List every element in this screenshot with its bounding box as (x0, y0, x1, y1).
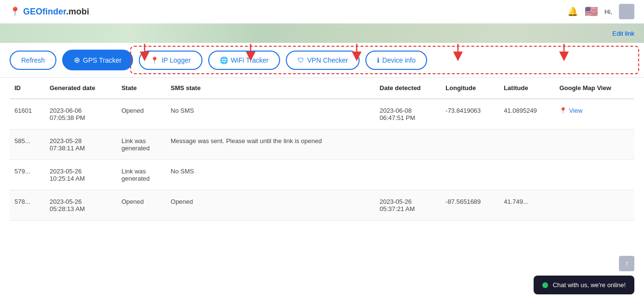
col-generated-date: Generated date (45, 78, 117, 99)
wifi-tracker-button[interactable]: 🌐 WiFi Tracker (208, 51, 281, 70)
row-sms-state: No SMS (166, 160, 375, 190)
row-map-view (554, 190, 634, 221)
ip-logger-button[interactable]: 📍 IP Logger (139, 51, 202, 70)
view-text[interactable]: View (569, 107, 582, 114)
refresh-button[interactable]: Refresh (10, 51, 56, 70)
row-date-detected (375, 130, 441, 160)
table-body: 61601 2023-06-0607:05:38 PM Opened No SM… (10, 99, 634, 221)
view-pin-icon: 📍 (559, 107, 567, 114)
edit-link[interactable]: Edit link (612, 30, 634, 37)
col-date-detected: Date detected (375, 78, 441, 99)
header-right: 🔔 🇺🇸 Hi, (567, 4, 634, 19)
row-sms-state: Opened (166, 190, 375, 221)
row-latitude (499, 130, 554, 160)
row-date-detected: 2023-06-0806:47:51 PM (375, 99, 441, 130)
wifi-tracker-label: WiFi Tracker (231, 56, 269, 64)
row-map-view (554, 130, 634, 160)
table-header-row: ID Generated date State SMS state Date d… (10, 78, 634, 99)
row-latitude (499, 160, 554, 190)
view-link[interactable]: 📍 View (559, 107, 630, 114)
table-row: 585... 2023-05-2807:38:11 AM Link wasgen… (10, 130, 634, 160)
logo: 📍 GEOfinder.mobi (10, 6, 89, 17)
row-generated-date: 2023-06-0607:05:38 PM (45, 99, 117, 130)
flag-icon[interactable]: 🇺🇸 (585, 5, 598, 18)
row-state: Opened (117, 99, 166, 130)
globe-icon: 🌐 (220, 56, 228, 64)
shield-icon: 🛡 (297, 56, 304, 64)
row-longitude (441, 160, 499, 190)
row-id: 579... (10, 160, 45, 190)
toolbar: Refresh ⊕ GPS Tracker 📍 IP Logger 🌐 WiFi… (0, 43, 644, 78)
device-info-button[interactable]: ℹ Device info (365, 51, 427, 70)
table-row: 578... 2023-05-2605:28:13 AM Opened Open… (10, 190, 634, 221)
table-container: ID Generated date State SMS state Date d… (0, 78, 644, 221)
col-sms-state: SMS state (166, 78, 375, 99)
table-row: 579... 2023-05-2610:25:14 AM Link wasgen… (10, 160, 634, 190)
logo-geo: GEOfinder (23, 7, 66, 16)
vpn-checker-button[interactable]: 🛡 VPN Checker (286, 51, 360, 70)
vpn-checker-label: VPN Checker (307, 56, 348, 64)
ip-logger-label: IP Logger (161, 56, 190, 64)
row-map-view: 📍 View (554, 99, 634, 130)
row-latitude: 41.0895249 (499, 99, 554, 130)
row-state: Link wasgenerated (117, 160, 166, 190)
gps-tracker-button[interactable]: ⊕ GPS Tracker (62, 50, 133, 70)
refresh-label: Refresh (21, 56, 45, 64)
table-header: ID Generated date State SMS state Date d… (10, 78, 634, 99)
row-id: 585... (10, 130, 45, 160)
gps-tracker-label: GPS Tracker (83, 56, 121, 64)
row-longitude (441, 130, 499, 160)
logo-pin-icon: 📍 (10, 6, 20, 17)
col-latitude: Latitude (499, 78, 554, 99)
avatar[interactable] (619, 4, 634, 19)
gps-icon: ⊕ (74, 55, 80, 65)
row-generated-date: 2023-05-2605:28:13 AM (45, 190, 117, 221)
logo-mobi: mobi (68, 7, 89, 16)
bell-icon[interactable]: 🔔 (567, 6, 578, 17)
col-longitude: Longitude (441, 78, 499, 99)
table-row: 61601 2023-06-0607:05:38 PM Opened No SM… (10, 99, 634, 130)
device-info-label: Device info (382, 56, 416, 64)
col-id: ID (10, 78, 45, 99)
data-table: ID Generated date State SMS state Date d… (10, 78, 634, 221)
map-bar: Edit link (0, 24, 644, 43)
row-sms-state: No SMS (166, 99, 375, 130)
row-date-detected: 2023-05-2605:37:21 AM (375, 190, 441, 221)
row-latitude: 41.749... (499, 190, 554, 221)
row-longitude: -73.8419063 (441, 99, 499, 130)
location-icon: 📍 (150, 56, 159, 64)
row-id: 61601 (10, 99, 45, 130)
toolbar-wrapper: Refresh ⊕ GPS Tracker 📍 IP Logger 🌐 WiFi… (0, 43, 644, 78)
col-state: State (117, 78, 166, 99)
row-generated-date: 2023-05-2610:25:14 AM (45, 160, 117, 190)
row-generated-date: 2023-05-2807:38:11 AM (45, 130, 117, 160)
col-map-view: Google Map View (554, 78, 634, 99)
row-state: Opened (117, 190, 166, 221)
hi-text: Hi, (604, 8, 612, 15)
info-icon: ℹ (377, 56, 379, 64)
logo-text: GEOfinder.mobi (23, 7, 89, 17)
row-longitude: -87.5651689 (441, 190, 499, 221)
row-sms-state: Message was sent. Please wait until the … (166, 130, 375, 160)
row-map-view (554, 160, 634, 190)
row-id: 578... (10, 190, 45, 221)
header: 📍 GEOfinder.mobi 🔔 🇺🇸 Hi, (0, 0, 644, 24)
row-date-detected (375, 160, 441, 190)
row-state: Link wasgenerated (117, 130, 166, 160)
